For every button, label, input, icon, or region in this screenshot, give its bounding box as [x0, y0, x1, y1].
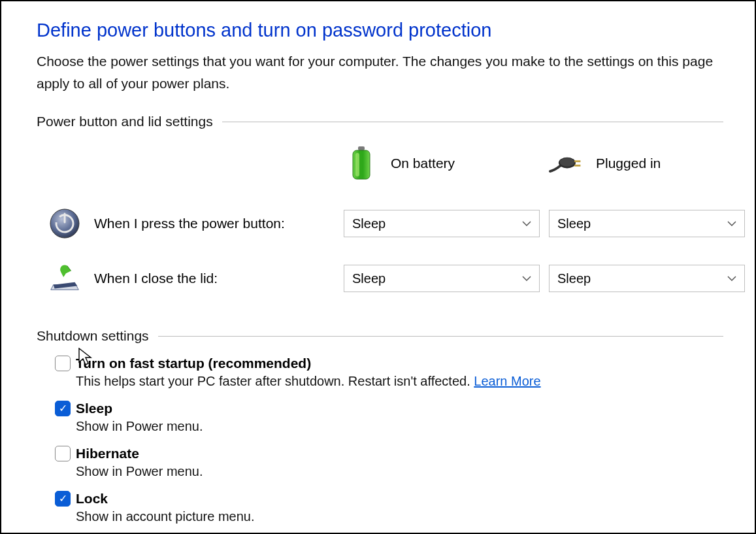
column-header-plugged-label: Plugged in: [596, 156, 661, 171]
section-header-shutdown: Shutdown settings: [37, 328, 723, 344]
page-description: Choose the power settings that you want …: [37, 50, 723, 94]
fast-startup-title: Turn on fast startup (recommended): [76, 356, 311, 371]
lock-title: Lock: [76, 491, 108, 507]
svg-rect-1: [353, 150, 370, 179]
column-header-plugged: Plugged in: [549, 147, 745, 190]
divider: [158, 336, 723, 337]
column-header-battery-label: On battery: [391, 156, 455, 171]
row-label-power-button: When I press the power button:: [47, 196, 335, 251]
check-icon: ✓: [59, 403, 67, 414]
laptop-lid-icon: [47, 263, 82, 294]
row-label-close-lid: When I close the lid:: [47, 251, 335, 306]
lock-checkbox[interactable]: ✓: [55, 491, 71, 507]
section-header-shutdown-text: Shutdown settings: [37, 328, 158, 344]
close-lid-plugged-select[interactable]: Sleep: [549, 265, 745, 292]
sleep-title: Sleep: [76, 401, 112, 416]
svg-rect-6: [574, 165, 580, 167]
column-header-battery: On battery: [344, 141, 540, 196]
close-lid-battery-select[interactable]: Sleep: [344, 265, 540, 292]
divider: [222, 122, 723, 122]
power-button-icon: [47, 208, 82, 239]
hibernate-title: Hibernate: [76, 446, 139, 461]
power-button-battery-select[interactable]: Sleep: [344, 210, 540, 237]
section-header-text: Power button and lid settings: [37, 114, 222, 129]
plug-icon: [549, 152, 584, 175]
checkbox-item-sleep: ✓ Sleep Show in Power menu.: [55, 401, 723, 434]
learn-more-link[interactable]: Learn More: [474, 374, 540, 388]
hibernate-desc: Show in Power menu.: [76, 464, 723, 479]
page-title: Define power buttons and turn on passwor…: [37, 20, 723, 41]
power-options-panel: Define power buttons and turn on passwor…: [0, 0, 756, 534]
svg-rect-2: [355, 153, 359, 176]
checkbox-item-lock: ✓ Lock Show in account picture menu.: [55, 491, 723, 524]
lock-desc: Show in account picture menu.: [76, 509, 723, 524]
svg-rect-0: [358, 146, 365, 150]
fast-startup-checkbox[interactable]: [55, 356, 71, 371]
fast-startup-desc: This helps start your PC faster after sh…: [76, 374, 723, 389]
sleep-checkbox[interactable]: ✓: [55, 401, 71, 416]
row-label-power-button-text: When I press the power button:: [94, 216, 285, 231]
hibernate-checkbox[interactable]: [55, 446, 71, 461]
row-label-close-lid-text: When I close the lid:: [94, 271, 218, 286]
sleep-desc: Show in Power menu.: [76, 419, 723, 434]
svg-point-4: [560, 158, 574, 167]
check-icon: ✓: [59, 493, 67, 504]
checkbox-item-fast-startup: Turn on fast startup (recommended) This …: [55, 356, 723, 389]
power-button-plugged-select[interactable]: Sleep: [549, 210, 745, 237]
section-header-power-button: Power button and lid settings: [37, 114, 723, 129]
battery-icon: [344, 146, 379, 180]
svg-rect-5: [574, 161, 580, 163]
checkbox-item-hibernate: Hibernate Show in Power menu.: [55, 446, 723, 479]
